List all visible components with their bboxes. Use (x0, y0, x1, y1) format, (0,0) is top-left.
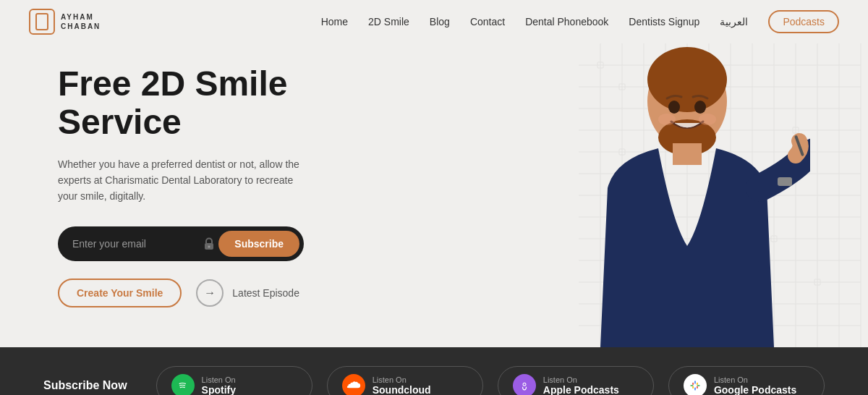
latest-episode-link[interactable]: → Latest Episode (196, 279, 299, 307)
subscribe-button[interactable]: Subscribe (218, 231, 299, 257)
hero-description: Whether you have a preferred dentist or … (58, 156, 304, 205)
svg-point-47 (699, 114, 716, 125)
svg-point-49 (208, 245, 210, 247)
podcasts-button[interactable]: Podcasts (768, 10, 839, 33)
footer-bar: Subscribe Now Listen On Spotify Listen O… (0, 347, 868, 395)
svg-rect-59 (692, 383, 694, 385)
svg-point-39 (647, 47, 727, 112)
google-podcasts-icon (684, 374, 707, 395)
svg-point-45 (694, 101, 706, 114)
hero-content: Free 2D Smile Service Whether you have a… (0, 43, 304, 347)
apple-podcasts-platform-button[interactable]: Listen On Apple Podcasts (498, 366, 654, 395)
svg-rect-41 (673, 143, 702, 165)
svg-rect-60 (697, 386, 698, 388)
lock-icon (199, 234, 218, 254)
svg-rect-61 (692, 386, 694, 388)
soundcloud-platform-button[interactable]: Listen On Soundcloud (327, 366, 483, 395)
soundcloud-icon (342, 374, 365, 395)
logo-icon (29, 9, 55, 35)
svg-rect-57 (690, 385, 693, 386)
hero-person-image (550, 43, 825, 347)
nav-home[interactable]: Home (321, 16, 348, 27)
create-smile-button[interactable]: Create Your Smile (58, 279, 182, 307)
spotify-platform-button[interactable]: Listen On Spotify (156, 366, 312, 395)
svg-rect-55 (694, 381, 696, 383)
nav-smile[interactable]: 2D Smile (368, 16, 409, 27)
hero-actions: Create Your Smile → Latest Episode (58, 279, 304, 307)
subscribe-now-label: Subscribe Now (43, 379, 127, 392)
nav-signup[interactable]: Dentists Signup (629, 16, 699, 27)
svg-point-46 (658, 114, 676, 125)
nav-blog[interactable]: Blog (430, 16, 450, 27)
logo-text: AYHAM CHABAN (61, 12, 101, 31)
google-podcasts-text: Listen On Google Podcasts (714, 375, 796, 395)
header: AYHAM CHABAN Home 2D Smile Blog Contact … (0, 0, 868, 43)
svg-point-53 (524, 383, 526, 386)
main-nav: Home 2D Smile Blog Contact Dental Phoneb… (321, 10, 839, 33)
soundcloud-text: Listen On Soundcloud (373, 375, 431, 395)
svg-rect-58 (697, 385, 699, 386)
arrow-circle-icon: → (196, 279, 224, 307)
svg-point-50 (177, 381, 188, 391)
svg-point-44 (668, 101, 680, 114)
svg-rect-56 (694, 388, 696, 391)
latest-episode-label: Latest Episode (232, 287, 299, 299)
person-svg (564, 43, 810, 347)
apple-podcasts-text: Listen On Apple Podcasts (543, 375, 619, 395)
email-input[interactable] (72, 234, 199, 254)
svg-rect-62 (697, 383, 698, 385)
nav-contact[interactable]: Contact (470, 16, 505, 27)
hero-title: Free 2D Smile Service (58, 65, 304, 142)
spotify-icon (171, 374, 195, 395)
logo: AYHAM CHABAN (29, 9, 101, 35)
nav-phonebook[interactable]: Dental Phonebook (525, 16, 608, 27)
svg-rect-42 (778, 177, 792, 186)
email-form: Subscribe (58, 226, 304, 261)
apple-podcasts-icon (513, 374, 536, 395)
spotify-text: Listen On Spotify (202, 375, 236, 395)
google-podcasts-platform-button[interactable]: Listen On Google Podcasts (668, 366, 825, 395)
hero-section: Free 2D Smile Service Whether you have a… (0, 43, 868, 347)
nav-arabic[interactable]: العربية (720, 16, 748, 27)
